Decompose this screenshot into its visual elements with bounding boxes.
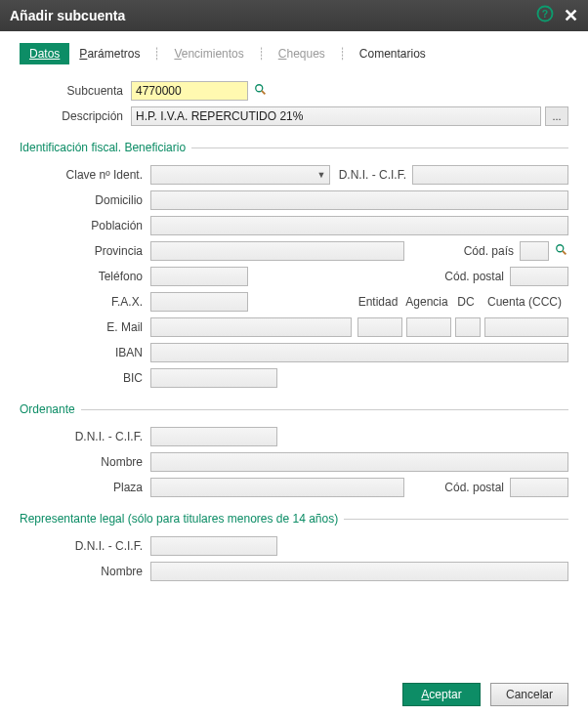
subcuenta-label: Subcuenta [20,84,131,98]
clave-select[interactable]: ▼ [150,165,330,185]
tab-separator: ┊ [339,47,346,61]
tab-parametros[interactable]: Parámetros [69,43,149,64]
svg-text:?: ? [542,7,548,19]
poblacion-input[interactable] [150,216,568,235]
iban-label: IBAN [39,346,150,359]
entidad-header: Entidad [354,295,402,309]
tab-separator: ┊ [258,47,265,61]
window-title: Añadir subcuenta [10,8,125,23]
rep-dni-label: D.N.I. - C.I.F. [39,539,150,553]
search-icon[interactable] [555,243,568,260]
provincia-label: Provincia [39,244,150,258]
tabs: Datos Parámetros ┊ Vencimientos ┊ Cheque… [20,43,568,64]
rep-nombre-input[interactable] [150,562,568,581]
chevron-down-icon: ▼ [316,170,325,180]
rep-dni-input[interactable] [150,536,277,556]
telefono-input[interactable] [150,267,248,286]
fax-input[interactable] [150,292,248,312]
fieldset-fiscal: Identificación fiscal. Beneficiario [20,141,568,154]
tab-vencimientos: Vencimientos [164,43,253,64]
tab-comentarios[interactable]: Comentarios [350,43,436,64]
rep-nombre-label: Nombre [39,565,150,578]
descripcion-input[interactable] [131,106,541,126]
subcuenta-input[interactable] [131,81,248,101]
fieldset-representante: Representante legal (sólo para titulares… [20,512,568,526]
email-label: E. Mail [39,320,150,334]
dc-input[interactable] [455,317,481,337]
bic-label: BIC [39,371,150,385]
ord-cod-postal-label: Cód. postal [404,481,510,494]
provincia-input[interactable] [150,241,404,261]
cod-pais-input[interactable] [520,241,549,261]
ord-plaza-label: Plaza [39,481,150,494]
svg-point-4 [557,244,564,251]
clave-label: Clave nº Ident. [39,168,150,182]
more-button[interactable]: ... [545,106,568,126]
iban-input[interactable] [150,343,568,362]
ord-nombre-input[interactable] [150,452,568,472]
telefono-label: Teléfono [39,270,150,283]
cod-pais-label: Cód. país [404,244,520,258]
ord-dni-input[interactable] [150,427,277,446]
aceptar-button[interactable]: Aceptar [402,683,481,706]
svg-point-2 [256,84,263,91]
fax-label: F.A.X. [39,295,150,309]
ord-cod-postal-input[interactable] [510,478,568,497]
ord-plaza-input[interactable] [150,478,404,497]
footer-buttons: Aceptar Cancelar [402,683,568,706]
svg-line-3 [262,90,266,94]
poblacion-label: Población [39,219,150,232]
dc-header: DC [451,295,481,309]
titlebar: Añadir subcuenta ? ✕ [0,0,588,31]
descripcion-label: Descripción [20,109,131,123]
svg-line-5 [563,250,567,254]
email-input[interactable] [150,317,352,337]
ord-nombre-label: Nombre [39,455,150,469]
ord-dni-label: D.N.I. - C.I.F. [39,430,150,443]
close-icon[interactable]: ✕ [564,5,578,26]
bic-input[interactable] [150,368,277,388]
search-icon[interactable] [254,83,268,100]
cancelar-button[interactable]: Cancelar [490,683,568,706]
help-icon[interactable]: ? [536,5,554,27]
agencia-header: Agencia [402,295,451,309]
dni-input[interactable] [412,165,568,185]
cuenta-input[interactable] [484,317,568,337]
dni-label: D.N.I. - C.I.F. [330,168,412,182]
tab-cheques: Cheques [269,43,335,64]
domicilio-label: Domicilio [39,193,150,207]
cuenta-header: Cuenta (CCC) [481,295,568,309]
tab-datos[interactable]: Datos [20,43,69,64]
agencia-input[interactable] [406,317,451,337]
domicilio-input[interactable] [150,190,568,210]
cod-postal-input[interactable] [510,267,568,286]
tab-separator: ┊ [153,47,160,61]
cod-postal-label: Cód. postal [248,270,510,283]
entidad-input[interactable] [357,317,402,337]
fieldset-ordenante: Ordenante [20,402,568,416]
